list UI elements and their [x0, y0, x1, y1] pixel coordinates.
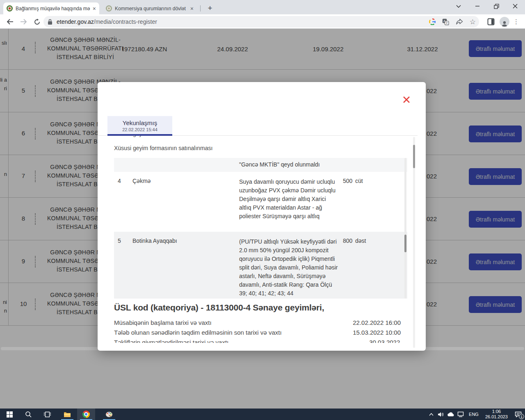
- item-number: 4: [118, 178, 128, 184]
- task-view-button[interactable]: [38, 409, 57, 420]
- browser-toolbar: etender.gov.az/media/contracts-register …: [0, 14, 525, 29]
- items-table: "Gəncə MKTİB" qeyd olunmaldı 4 Çəkmə Suy…: [114, 158, 407, 299]
- file-explorer-button[interactable]: [59, 409, 75, 420]
- detail-label: Təkliflərin qiymətləndirilməsi tarixi və…: [114, 339, 228, 343]
- language-indicator[interactable]: ENG: [466, 412, 482, 417]
- tab-title: Kommersiya qurumlarının dövlət: [115, 6, 188, 11]
- item-unit: cüt: [355, 178, 376, 184]
- browser-tab-strip: Bağlanmış müqavilə haqqında mə × Kommers…: [0, 0, 525, 14]
- chrome-taskbar-button[interactable]: [77, 409, 95, 420]
- url-text: etender.gov.az/media/contracts-register: [57, 18, 157, 25]
- window-restore-button[interactable]: [488, 0, 505, 12]
- items-table-scrollbar[interactable]: [404, 158, 406, 299]
- volume-icon[interactable]: [436, 409, 446, 420]
- items-note: "Gəncə MKTİB" qeyd olunmaldı: [239, 161, 354, 168]
- tab-title: Bağlanmış müqavilə haqqında mə: [16, 6, 90, 11]
- browser-menu-button[interactable]: ⋮: [513, 16, 519, 27]
- detail-row-clipped: Təkliflərin qiymətləndirilməsi tarixi və…: [114, 339, 401, 343]
- item-description: Suya davamlı qoruyucu dəmir ucluqlu uzun…: [239, 178, 340, 221]
- status-tab-datetime: 22.02.2022 15:44: [107, 127, 172, 132]
- detail-value: 15.03.2022 10:00: [353, 329, 401, 336]
- taskbar-clock[interactable]: 1:06 26.01.2023: [482, 409, 511, 420]
- bookmark-star-icon[interactable]: ☆: [470, 18, 476, 26]
- notification-badge: 1: [519, 414, 524, 419]
- window-chevron-button[interactable]: [450, 0, 467, 12]
- scrolled-text-fragment: Xüsusi geyim formasının satınalınması: [114, 136, 245, 139]
- detail-value: 22.02.2022 16:00: [353, 319, 401, 326]
- windows-taskbar: ENG 1:06 26.01.2023 1: [0, 409, 525, 420]
- screen: Bağlanmış müqavilə haqqında mə × Kommers…: [0, 0, 525, 420]
- item-unit: dəst: [355, 237, 376, 244]
- action-center-button[interactable]: 1: [511, 409, 525, 420]
- new-tab-button[interactable]: +: [205, 3, 215, 13]
- tab-contracts-register[interactable]: Bağlanmış müqavilə haqqında mə ×: [3, 2, 99, 14]
- tender-details-modal: Yekunlaşmış 22.02.2022 15:44 Xüsusi geyi…: [98, 82, 426, 351]
- taskbar-search-button[interactable]: [19, 409, 38, 420]
- network-icon[interactable]: [456, 409, 466, 420]
- forward-button[interactable]: [18, 16, 30, 27]
- chrome-icon: [82, 411, 90, 418]
- onedrive-cloud-icon[interactable]: [446, 409, 456, 420]
- google-g-icon[interactable]: [429, 18, 436, 25]
- status-tab-finalized[interactable]: Yekunlaşmış 22.02.2022 15:44: [107, 116, 172, 136]
- back-button[interactable]: [4, 16, 16, 27]
- side-panel-button[interactable]: [487, 16, 495, 27]
- paint-taskbar-button[interactable]: [100, 409, 118, 420]
- tab-close-icon[interactable]: ×: [93, 6, 96, 11]
- profile-avatar[interactable]: [500, 16, 509, 27]
- modal-close-button[interactable]: [402, 96, 411, 104]
- modal-scrollbar[interactable]: [413, 137, 415, 348]
- translate-icon[interactable]: A 文: [442, 18, 449, 25]
- item-row: 4 Çəkmə Suya davamlı qoruyucu dəmir uclu…: [114, 172, 407, 232]
- item-name: Botinka Ayaqqabı: [132, 237, 215, 244]
- tray-chevron-up-icon[interactable]: [426, 409, 436, 420]
- clock-date: 26.01.2023: [485, 414, 508, 420]
- category-heading: ÜSL kod (kateqoriya) - 18113000-4 Sənaye…: [114, 303, 324, 313]
- item-name: Çəkmə: [132, 178, 215, 184]
- etender-favicon-icon: [7, 5, 13, 11]
- item-description: (PU/TPU altlıqlı Yüksək keyfiyyətli dəri…: [239, 237, 340, 298]
- url-domain: etender.gov.az: [57, 18, 94, 25]
- address-bar[interactable]: etender.gov.az/media/contracts-register …: [43, 16, 479, 27]
- tab-divider: [200, 5, 201, 11]
- reload-button[interactable]: [31, 16, 43, 27]
- status-tab-label: Yekunlaşmış: [107, 119, 172, 126]
- tab-commercial-register[interactable]: Kommersiya qurumlarının dövlət ×: [103, 2, 197, 14]
- registry-favicon-icon: [106, 5, 112, 11]
- start-button[interactable]: [0, 409, 19, 420]
- svg-text:文: 文: [445, 21, 448, 25]
- items-scrollbar-thumb[interactable]: [404, 235, 406, 252]
- item-row: 5 Botinka Ayaqqabı (PU/TPU altlıqlı Yüks…: [114, 232, 407, 299]
- detail-label: Müsabiqənin başlama tarixi və vaxtı: [114, 319, 212, 326]
- lock-icon: [48, 19, 52, 25]
- tab-close-icon[interactable]: ×: [190, 6, 194, 11]
- window-minimize-button[interactable]: [469, 0, 486, 12]
- modal-scrollbar-thumb[interactable]: [413, 145, 415, 168]
- window-close-button[interactable]: [507, 0, 524, 12]
- item-number: 5: [118, 237, 128, 244]
- share-icon[interactable]: [456, 18, 463, 25]
- url-path: /media/contracts-register: [94, 18, 157, 25]
- detail-value: 30.03.2022 10:00: [369, 339, 401, 343]
- clock-time: 1:06: [485, 409, 508, 414]
- detail-label: Tələb olunan sənədlərin təqdim edilməsin…: [114, 329, 282, 336]
- items-table-header: "Gəncə MKTİB" qeyd olunmaldı: [114, 158, 407, 172]
- procurement-subject: Xüsusi geyim formasının satınalınması: [114, 145, 212, 151]
